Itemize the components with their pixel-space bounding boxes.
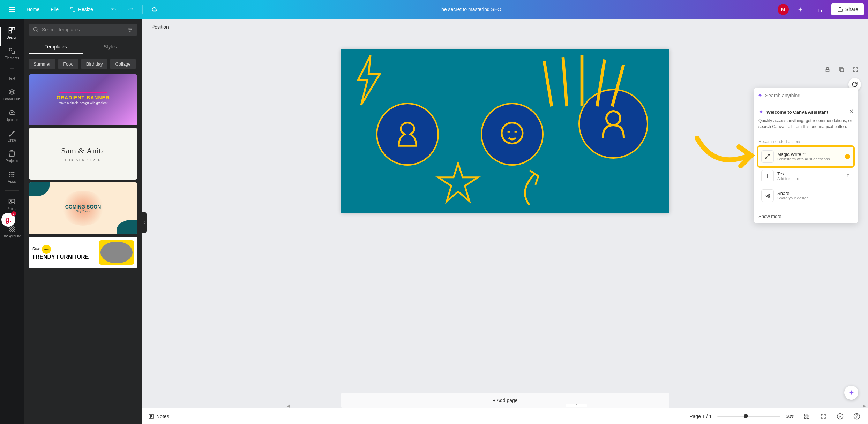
notes-icon [148,413,154,419]
template-photo [99,240,134,265]
share-label: Share [845,7,858,12]
template-card-comingsoon[interactable]: COMING SOON Stay Tuned [29,182,137,234]
file-button[interactable]: File [46,4,63,15]
share-icon [837,6,843,13]
action-text[interactable]: Text Add text box T [758,166,853,186]
star-icon [435,160,481,206]
tab-styles[interactable]: Styles [83,40,137,54]
search-templates-input[interactable] [29,24,137,36]
svg-point-22 [502,123,523,144]
uploads-icon [8,109,16,116]
collapse-panel-handle[interactable] [142,212,147,233]
assistant-search-input[interactable] [765,93,854,98]
show-more-button[interactable]: Show more [754,210,858,223]
menu-button[interactable] [4,4,20,15]
zoom-slider[interactable] [717,416,780,417]
sidenav-design[interactable]: Design [0,23,24,43]
chip-row: Summer Food Birthday Collage › [29,59,137,69]
template-card-furniture[interactable]: Sale 10% TRENDY FURNITURE [29,237,137,268]
svg-point-8 [9,174,11,175]
cloud-sync-button[interactable] [146,3,162,15]
sidenav-projects[interactable]: Projects [0,146,24,166]
divider [142,5,143,14]
person-icon [390,117,425,152]
sparkle-icon: ✦ [758,92,762,99]
filter-icon[interactable] [127,26,133,33]
chip-collage[interactable]: Collage [110,59,135,69]
sidenav-photos[interactable]: Photos [0,194,24,214]
template-list[interactable]: GRADIENT BANNER make a simple design wit… [29,74,137,268]
lightning-icon [348,52,387,108]
grid-view-button[interactable] [801,411,812,422]
sidenav-label: Apps [8,180,16,183]
add-member-button[interactable] [792,3,808,15]
notes-button[interactable]: Notes [148,413,169,419]
template-sub: make a simple design with gradient [59,101,108,105]
rays-icon [537,52,627,115]
template-card-gradient[interactable]: GRADIENT BANNER make a simple design wit… [29,74,137,125]
sparkle-icon: ✦ [848,388,854,397]
document-title[interactable]: The secret to mastering SEO [438,7,501,12]
chip-summer[interactable]: Summer [29,59,55,69]
tab-templates[interactable]: Templates [29,40,83,54]
sidenav-elements[interactable]: Elements [0,44,24,63]
cloud-icon [151,6,157,13]
design-icon [8,26,16,34]
resize-icon [70,6,76,13]
slider-thumb[interactable] [744,414,748,418]
notes-label: Notes [156,414,169,419]
zoom-percentage[interactable]: 50% [786,414,795,419]
user-avatar[interactable]: M [778,4,789,15]
template-card-wedding[interactable]: Sam & Anita FOREVER • EVER [29,128,137,180]
undo-button[interactable] [105,3,121,15]
assistant-fab[interactable]: ✦ [844,386,858,400]
close-icon[interactable]: ✕ [849,108,853,115]
redo-button[interactable] [123,3,139,15]
template-sub: FOREVER • EVER [65,158,101,162]
chip-birthday[interactable]: Birthday [81,59,108,69]
chip-food[interactable]: Food [58,59,78,69]
draw-icon [8,129,16,137]
sidenav-draw[interactable]: Draw [0,126,24,146]
sidenav-text[interactable]: Text [0,64,24,84]
brandhub-icon [8,88,16,96]
scroll-right-icon[interactable]: ▸ [863,402,866,409]
sidenav-label: Uploads [6,118,18,122]
design-canvas[interactable] [341,49,669,213]
sidenav-uploads[interactable]: Uploads [0,105,24,125]
position-button[interactable]: Position [147,21,173,32]
svg-point-5 [9,172,11,173]
section-label: Recommended actions [758,139,853,144]
svg-point-16 [33,27,37,31]
svg-rect-4 [12,51,14,53]
help-button[interactable] [851,411,862,422]
check-button[interactable] [835,411,846,422]
expand-timeline-handle[interactable]: ⌃ [566,404,587,407]
canvas-area: Position [142,19,868,424]
svg-point-3 [9,48,12,51]
svg-point-32 [837,413,843,419]
sidenav-background[interactable]: g. 1 Background [0,215,24,242]
sidenav-apps[interactable]: Apps [0,167,24,187]
slider-track[interactable] [717,416,780,417]
fullscreen-button[interactable] [818,411,829,422]
assistant-search[interactable]: ✦ [754,88,858,103]
topbar-right-group: M Share [778,3,864,15]
sidenav-label: Background [2,234,21,238]
svg-point-12 [11,176,13,177]
arrow-up-icon [495,160,564,209]
analytics-button[interactable] [812,3,828,15]
scroll-left-icon[interactable]: ◂ [287,402,290,409]
search-input-field[interactable] [42,27,124,32]
panel-tabs: Templates Styles [29,40,137,54]
sparkle-icon: ✦ [758,108,764,116]
share-button[interactable]: Share [831,3,864,15]
svg-rect-30 [804,417,806,418]
action-share[interactable]: Share Share your design [758,186,853,205]
resize-button[interactable]: Resize [65,3,98,15]
page-indicator[interactable]: Page 1 / 1 [689,414,712,419]
action-magic-write[interactable]: Magic Write™ Brainstorm with AI suggesti… [758,147,853,166]
sidenav-label: Draw [8,138,16,142]
home-button[interactable]: Home [22,4,44,15]
sidenav-brandhub[interactable]: Brand Hub [0,85,24,105]
